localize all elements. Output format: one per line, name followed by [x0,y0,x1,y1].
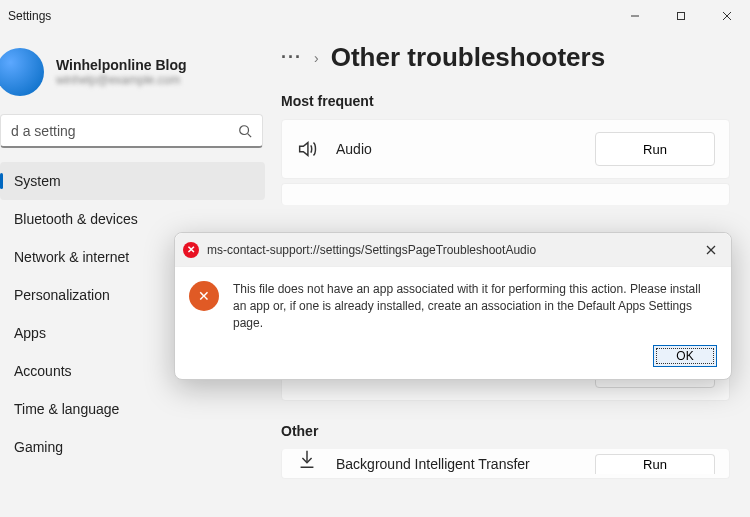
profile-block[interactable]: Winhelponline Blog winhelp@example.com [0,42,275,114]
profile-email: winhelp@example.com [56,73,187,87]
error-badge-icon: ✕ [183,242,199,258]
error-icon: ✕ [189,281,219,311]
chevron-right-icon: › [314,50,319,66]
dialog-message: This file does not have an app associate… [233,281,717,331]
tile-label: Background Intelligent Transfer [336,456,595,472]
download-icon [296,453,318,475]
svg-rect-1 [678,13,685,20]
other-list: Background Intelligent Transfer Run [281,449,730,479]
window-titlebar: Settings [0,0,750,32]
search-icon [238,124,252,138]
section-frequent-label: Most frequent [281,93,730,109]
nav-label: Time & language [14,401,119,417]
avatar [0,48,44,96]
maximize-button[interactable] [658,0,704,32]
breadcrumb-more[interactable]: ··· [281,47,302,68]
troubleshooter-bits: Background Intelligent Transfer Run [281,449,730,479]
tile-label: Audio [336,141,595,157]
error-dialog: ✕ ms-contact-support://settings/Settings… [174,232,732,380]
nav-label: Personalization [14,287,110,303]
ok-button[interactable]: OK [653,345,717,367]
minimize-button[interactable] [612,0,658,32]
dialog-close-button[interactable] [699,238,723,262]
dialog-titlebar[interactable]: ✕ ms-contact-support://settings/Settings… [175,233,731,267]
svg-line-5 [248,133,252,137]
page-title: Other troubleshooters [331,42,605,73]
nav-label: Network & internet [14,249,129,265]
troubleshooter-audio: Audio Run [281,119,730,179]
search-box[interactable] [0,114,263,148]
run-button[interactable]: Run [595,132,715,166]
window-controls [612,0,750,32]
nav-label: System [14,173,61,189]
run-button[interactable]: Run [595,454,715,474]
nav-label: Accounts [14,363,72,379]
nav-item-gaming[interactable]: Gaming [0,428,265,466]
section-other-label: Other [281,423,730,439]
nav-label: Apps [14,325,46,341]
nav-label: Bluetooth & devices [14,211,138,227]
troubleshooter-hidden-1 [281,183,730,205]
dialog-title: ms-contact-support://settings/SettingsPa… [207,243,691,257]
search-input[interactable] [11,123,238,139]
breadcrumb: ··· › Other troubleshooters [281,42,730,73]
nav-label: Gaming [14,439,63,455]
window-title: Settings [8,9,51,23]
profile-name: Winhelponline Blog [56,57,187,73]
svg-point-4 [240,125,249,134]
close-button[interactable] [704,0,750,32]
nav-item-system[interactable]: System [0,162,265,200]
audio-icon [296,138,318,160]
nav-item-time[interactable]: Time & language [0,390,265,428]
